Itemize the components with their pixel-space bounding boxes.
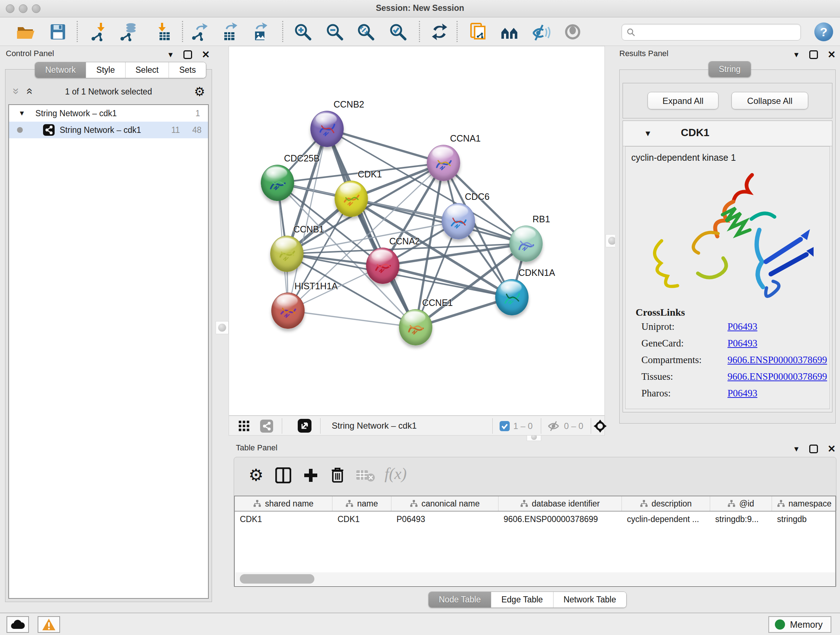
import-network-database-button[interactable] (118, 22, 138, 42)
expand-collapse-triangle[interactable]: ▼ (19, 109, 25, 117)
collapse-panel-icon[interactable]: ▼ (167, 51, 174, 59)
selected-checkbox-icon[interactable] (500, 421, 510, 431)
table-options-gear-icon[interactable]: ⚙ (248, 467, 264, 483)
column-header-name[interactable]: name (332, 496, 392, 511)
tab-network-table[interactable]: Network Table (554, 592, 626, 608)
warning-status-button[interactable] (38, 616, 60, 633)
hide-selected-button[interactable] (531, 22, 551, 42)
table-cell[interactable]: CDK1 (235, 511, 332, 527)
apply-layout-button[interactable] (430, 22, 449, 42)
help-button[interactable]: ? (814, 22, 833, 41)
table-horizontal-scrollbar[interactable] (235, 572, 835, 585)
close-panel-icon[interactable]: ✕ (827, 443, 836, 455)
crosslink-value-link[interactable]: P06493 (728, 338, 758, 348)
protein-ribbon-thumbnail (448, 211, 469, 232)
create-column-icon[interactable] (303, 467, 319, 483)
crosslink-value-link[interactable]: 9606.ENSP00000378699 (728, 371, 827, 382)
column-header-description[interactable]: description (622, 496, 710, 511)
column-header-canonical-name[interactable]: canonical name (392, 496, 499, 511)
network-options-gear-icon[interactable]: ⚙ (194, 86, 205, 98)
scrollbar-thumb[interactable] (240, 574, 314, 584)
float-panel-icon[interactable] (809, 50, 818, 59)
network-node-rb1[interactable] (509, 226, 543, 262)
tab-style[interactable]: Style (86, 62, 125, 78)
delete-column-icon[interactable] (330, 467, 346, 483)
left-splitter-handle[interactable] (216, 321, 229, 334)
network-node-cdc25b[interactable] (261, 165, 294, 201)
table-cell[interactable]: 9606.ENSP00000378699 (499, 511, 622, 527)
import-network-file-button[interactable] (89, 22, 109, 42)
table-cell[interactable]: stringdb (772, 511, 837, 527)
detach-view-icon[interactable] (298, 419, 311, 432)
close-panel-icon[interactable]: ✕ (827, 49, 836, 60)
save-session-button[interactable] (48, 22, 68, 42)
table-cell[interactable]: P06493 (392, 511, 499, 527)
table-row[interactable]: CDK1CDK1P064939606.ENSP00000378699cyclin… (235, 511, 835, 527)
table-cell[interactable]: CDK1 (332, 511, 392, 527)
show-all-button[interactable] (563, 22, 583, 42)
export-network-button[interactable] (189, 22, 209, 42)
birds-eye-toggle-icon[interactable] (594, 420, 607, 432)
float-panel-icon[interactable] (809, 445, 818, 453)
export-table-button[interactable] (220, 22, 240, 42)
search-input[interactable] (639, 25, 795, 39)
tab-sets[interactable]: Sets (169, 62, 206, 78)
network-node-cdk1[interactable] (335, 181, 368, 217)
network-edge[interactable] (288, 310, 416, 327)
table-cell[interactable]: cyclin-dependent ... (622, 511, 710, 527)
node-label-ccna1: CCNA1 (450, 133, 481, 144)
column-header--id[interactable]: @id (710, 496, 772, 511)
split-panel-icon[interactable] (275, 467, 291, 483)
network-node-ccnb1[interactable] (270, 236, 303, 272)
network-canvas[interactable]: CCNB2 CCNA1 CDC25B CDK1 CDC6 RB1 (229, 46, 605, 416)
zoom-fit-button[interactable] (356, 22, 376, 42)
column-header-shared-name[interactable]: shared name (235, 496, 332, 511)
cloud-status-button[interactable] (6, 616, 29, 633)
zoom-out-button[interactable] (325, 22, 344, 42)
network-node-ccnb2[interactable] (310, 111, 344, 147)
network-node-cdkn1a[interactable] (495, 279, 529, 315)
crosslink-value-link[interactable]: 9606.ENSP00000378699 (728, 355, 827, 365)
tab-node-table[interactable]: Node Table (429, 592, 491, 608)
network-view-icon[interactable] (260, 420, 273, 432)
crosslink-value-link[interactable]: P06493 (728, 388, 758, 399)
network-node-ccna2[interactable] (366, 248, 399, 284)
network-tree-row[interactable]: String Network – cdk1 11 48 (9, 122, 208, 138)
crosslink-value-link[interactable]: P06493 (728, 321, 758, 332)
column-header-namespace[interactable]: namespace (772, 496, 837, 511)
node-label-ccnb2: CCNB2 (333, 99, 364, 110)
string-network-icon (43, 124, 55, 136)
float-panel-icon[interactable] (183, 50, 192, 59)
collapse-all-button[interactable]: Collapse All (731, 92, 808, 109)
zoom-selected-button[interactable] (388, 22, 408, 42)
zoom-in-button[interactable] (293, 22, 313, 42)
network-node-cdc6[interactable] (442, 203, 475, 239)
tab-network[interactable]: Network (35, 62, 86, 78)
network-node-hist1h1a[interactable] (271, 293, 305, 329)
tab-string[interactable]: String (709, 62, 751, 77)
tab-select[interactable]: Select (126, 62, 169, 78)
collapse-entry-icon[interactable]: ▼ (644, 129, 652, 138)
export-image-button[interactable] (250, 22, 270, 42)
close-panel-icon[interactable]: ✕ (202, 49, 210, 60)
crosslink-row: Tissues:9606.ENSP00000378699 (641, 371, 827, 382)
network-edge[interactable] (327, 129, 416, 327)
memory-button[interactable]: Memory (768, 616, 831, 633)
grid-view-icon[interactable] (238, 420, 250, 432)
clone-network-button[interactable] (469, 22, 488, 42)
network-tree-row[interactable]: ▼ String Network – cdk1 1 (9, 105, 208, 122)
cdk1-entry-header[interactable]: ▼ CDK1 (623, 121, 832, 146)
import-table-file-button[interactable] (152, 22, 172, 42)
network-edge[interactable] (327, 129, 444, 163)
collapse-panel-icon[interactable]: ▼ (793, 51, 800, 59)
tab-edge-table[interactable]: Edge Table (491, 592, 554, 608)
open-session-button[interactable] (16, 22, 35, 42)
column-header-database-identifier[interactable]: database identifier (499, 496, 622, 511)
table-cell[interactable]: stringdb:9... (710, 511, 772, 527)
network-node-ccne1[interactable] (399, 309, 432, 345)
network-overview-button[interactable] (500, 22, 519, 42)
network-node-ccna1[interactable] (427, 145, 460, 181)
expand-all-button[interactable]: Expand All (647, 92, 718, 109)
protein-ribbon-thumbnail (341, 189, 362, 209)
collapse-panel-icon[interactable]: ▼ (793, 445, 800, 453)
